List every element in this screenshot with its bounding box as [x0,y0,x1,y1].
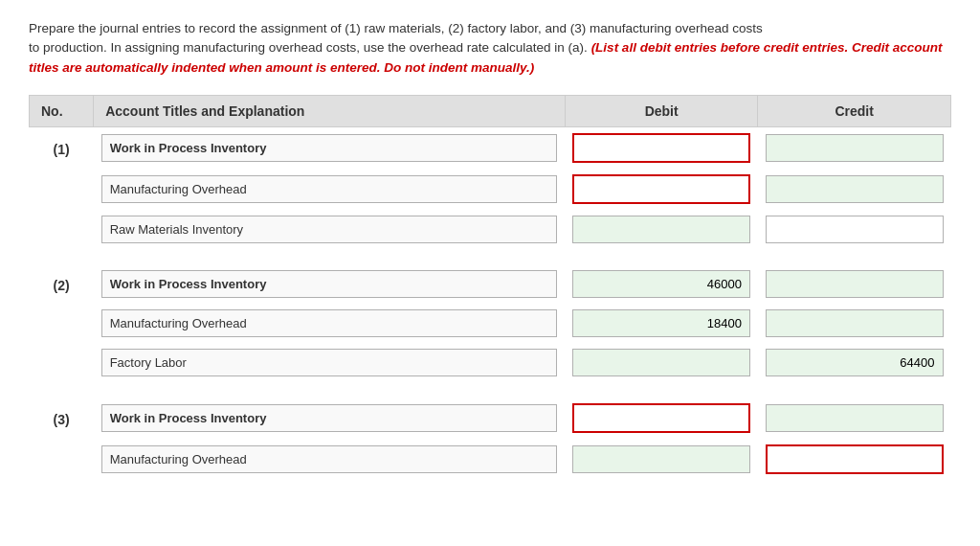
row-number [30,169,94,210]
row-number: (3) [30,398,94,439]
row-number [30,304,94,343]
account-cell [94,343,566,382]
credit-cell [758,126,951,169]
row-spacer [30,249,951,264]
debit-cell [565,398,758,439]
credit-input[interactable] [766,216,944,243]
credit-cell [758,210,951,249]
debit-input[interactable] [572,349,750,376]
debit-cell [565,304,758,343]
table-row: (1) [30,126,951,169]
row-number [30,210,94,249]
credit-cell [758,343,951,382]
debit-cell [565,439,758,480]
account-title-input[interactable] [101,270,558,298]
debit-input[interactable] [572,309,750,337]
row-number [30,439,94,480]
account-title-input[interactable] [101,216,558,243]
credit-input[interactable] [766,270,944,298]
debit-cell [565,264,758,304]
table-row [30,169,951,210]
row-number: (2) [30,264,94,304]
account-cell [94,439,566,480]
account-title-input[interactable] [101,134,558,162]
debit-input[interactable] [572,270,750,298]
account-title-input[interactable] [101,175,558,203]
table-row [30,439,951,480]
instruction-line1: Prepare the journal entries to record th… [29,21,763,35]
account-title-input[interactable] [101,349,558,376]
debit-cell [565,126,758,169]
debit-input[interactable] [572,403,750,433]
header-no: No. [30,95,94,126]
row-number [30,343,94,382]
header-debit: Debit [565,95,758,126]
header-account: Account Titles and Explanation [94,95,566,126]
account-cell [94,398,566,439]
account-cell [94,126,566,169]
debit-input[interactable] [572,174,750,204]
credit-input[interactable] [766,175,944,203]
account-cell [94,304,566,343]
instructions: Prepare the journal entries to record th… [29,19,951,78]
account-title-input[interactable] [101,309,558,337]
credit-cell [758,264,951,304]
credit-cell [758,304,951,343]
debit-cell [565,169,758,210]
account-cell [94,210,566,249]
credit-input[interactable] [766,349,944,376]
table-row [30,343,951,382]
credit-cell [758,439,951,480]
debit-input[interactable] [572,445,750,473]
row-number: (1) [30,126,94,169]
account-cell [94,264,566,304]
credit-cell [758,398,951,439]
header-credit: Credit [758,95,951,126]
instruction-line2: to production. In assigning manufacturin… [29,40,942,74]
table-row [30,304,951,343]
account-title-input[interactable] [101,404,558,432]
account-title-input[interactable] [101,445,558,473]
journal-table: No. Account Titles and Explanation Debit… [29,95,951,495]
credit-input[interactable] [766,404,944,432]
debit-cell [565,210,758,249]
table-row: (3) [30,398,951,439]
table-row [30,210,951,249]
credit-cell [758,169,951,210]
debit-input[interactable] [572,133,750,163]
table-row: (2) [30,264,951,304]
credit-input[interactable] [766,444,944,474]
account-cell [94,169,566,210]
debit-cell [565,343,758,382]
debit-input[interactable] [572,216,750,243]
credit-input[interactable] [766,309,944,337]
row-spacer [30,480,951,495]
row-spacer [30,382,951,398]
credit-input[interactable] [766,134,944,162]
